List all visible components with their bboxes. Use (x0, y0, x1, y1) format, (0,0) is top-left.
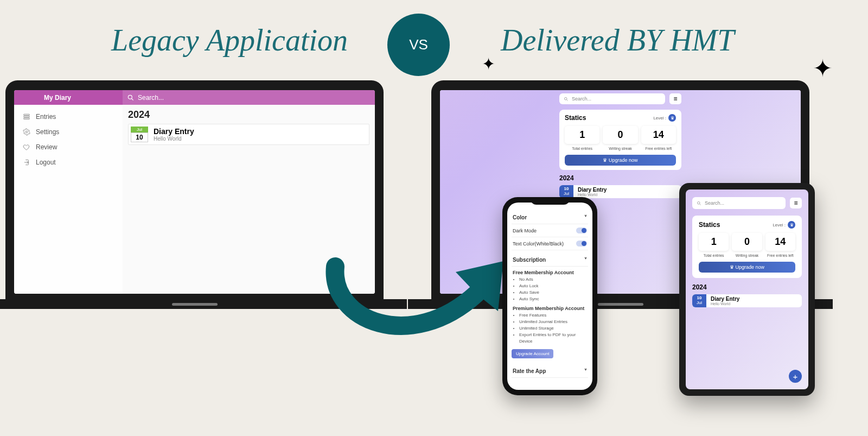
sidebar-item-label: Settings (36, 128, 59, 136)
svg-point-9 (698, 201, 700, 204)
svg-line-10 (700, 204, 701, 205)
chevron-down-icon: ˅ (584, 214, 587, 220)
hmt-app-screen-tablet: Search... ≡ Statics Level :♛ 1 0 14 Tota… (686, 189, 808, 389)
stat-free-entries: 14 (765, 233, 795, 251)
menu-icon: ≡ (794, 199, 797, 207)
search-input[interactable]: Search... (692, 197, 786, 209)
list-item: Unlimited Journal Entries (519, 319, 588, 325)
toggle-label: Text Color(White/Black) (513, 241, 564, 247)
section-subscription[interactable]: Subscription ˅ (512, 254, 588, 267)
entry-title: Diary Entry (578, 185, 607, 193)
app-title: My Diary (14, 90, 123, 105)
premium-features-list: Free Features Unlimited Journal Entries … (512, 312, 588, 345)
stat-total-entries: 1 (699, 233, 729, 251)
stats-card: Statics Level :♛ 1 0 14 Total entries Wr… (692, 216, 802, 278)
search-input[interactable]: Search... (559, 93, 665, 104)
list-item: Auto Save (519, 289, 588, 296)
stat-label: Writing streak (732, 254, 762, 257)
gear-icon (23, 128, 30, 136)
stat-writing-streak: 0 (603, 126, 637, 144)
menu-button[interactable]: ≡ (790, 198, 802, 208)
stat-label: Free entries left (765, 254, 795, 257)
sidebar-item-entries[interactable]: Entries (14, 109, 123, 124)
date-month: Jul (692, 301, 706, 306)
toggle-switch[interactable] (576, 228, 587, 233)
search-placeholder: Search... (705, 200, 724, 206)
logout-icon (23, 159, 30, 166)
search-input[interactable]: Search... (123, 90, 375, 105)
date-month: Jul (559, 192, 573, 197)
year-heading: 2024 (692, 283, 802, 291)
stat-label: Writing streak (603, 147, 637, 150)
search-icon (127, 94, 135, 102)
stats-card: Statics Level :♛ 1 0 14 Total entries Wr… (559, 110, 681, 170)
svg-point-5 (25, 131, 28, 133)
level-label: Level :♛ (653, 114, 676, 122)
chevron-down-icon: ˅ (584, 368, 587, 374)
premium-membership-title: Premium Membership Account (512, 302, 588, 312)
sidebar-item-label: Logout (36, 159, 56, 166)
svg-rect-3 (24, 116, 30, 117)
entry-title: Diary Entry (711, 294, 739, 302)
section-label: Rate the App (513, 368, 546, 374)
list-item: No Ads (519, 276, 588, 283)
list-item: Free Features (519, 312, 588, 319)
free-features-list: No Ads Auto Lock Auto Save Auto Sync (512, 276, 588, 302)
entry-row[interactable]: 10 Jul Diary Entry Hello World (692, 294, 802, 307)
list-item: Unlimited Storage (519, 325, 588, 332)
list-item: Export Entries to PDF to your Device (519, 332, 588, 345)
section-rate[interactable]: Rate the App ˅ (512, 365, 588, 378)
sparkle-icon: ✦ (482, 54, 495, 73)
search-icon (564, 97, 569, 102)
svg-point-7 (565, 97, 567, 100)
year-heading: 2024 (559, 174, 681, 182)
list-item: Auto Sync (519, 296, 588, 302)
year-heading: 2024 (128, 109, 369, 121)
chevron-down-icon: ˅ (584, 257, 587, 263)
toggle-text-color[interactable]: Text Color(White/Black) (512, 237, 588, 250)
upgrade-button[interactable]: ♛ Upgrade now (699, 262, 795, 273)
entry-subtitle: Hello World (154, 136, 194, 142)
stats-title: Statics (699, 221, 720, 229)
search-icon (697, 201, 701, 206)
section-color[interactable]: Color ˅ (512, 211, 588, 224)
sidebar-item-label: Review (36, 143, 57, 151)
crown-icon: ♛ (603, 157, 607, 163)
toggle-dark-mode[interactable]: Dark Mode (512, 224, 588, 237)
crown-icon: ♛ (788, 221, 795, 229)
date-day: 10 (131, 132, 148, 142)
entry-subtitle: Hello World (711, 302, 739, 306)
crown-icon: ♛ (668, 114, 676, 122)
sidebar-item-review[interactable]: Review (14, 140, 123, 155)
stat-label: Total entries (565, 147, 599, 150)
phone-device: Color ˅ Dark Mode Text Color(White/Black… (502, 197, 597, 395)
free-membership-title: Free Membership Account (512, 267, 588, 276)
sidebar-item-logout[interactable]: Logout (14, 155, 123, 170)
stat-label: Total entries (699, 254, 729, 257)
add-entry-button[interactable]: + (789, 370, 802, 383)
section-label: Color (513, 214, 527, 220)
plus-icon: + (793, 372, 798, 381)
date-badge: 10 Jul (692, 294, 706, 307)
hmt-app-screen-phone: Color ˅ Dark Mode Text Color(White/Black… (507, 203, 592, 390)
svg-point-0 (128, 95, 132, 99)
toggle-label: Dark Mode (513, 228, 537, 233)
svg-rect-4 (24, 118, 30, 119)
vs-badge: VS (387, 14, 450, 76)
toggle-switch[interactable] (576, 241, 587, 247)
search-placeholder: Search... (138, 94, 164, 102)
level-label: Level :♛ (773, 221, 795, 229)
sparkle-icon: ✦ (813, 54, 833, 82)
upgrade-account-button[interactable]: Upgrade Account (512, 349, 553, 358)
sidebar-item-settings[interactable]: Settings (14, 124, 123, 140)
upgrade-button[interactable]: ♛ Upgrade now (565, 155, 676, 166)
date-badge: Jul 10 (131, 127, 148, 142)
menu-button[interactable]: ≡ (669, 93, 681, 104)
sidebar-item-label: Entries (36, 113, 56, 121)
svg-line-8 (567, 99, 568, 100)
section-label: Subscription (513, 257, 546, 263)
entry-row[interactable]: Jul 10 Diary Entry Hello World (128, 124, 369, 145)
entry-row[interactable]: 10 Jul Diary Entry Hello World (559, 185, 681, 198)
crown-icon: ♛ (730, 264, 734, 270)
search-placeholder: Search... (572, 96, 591, 102)
